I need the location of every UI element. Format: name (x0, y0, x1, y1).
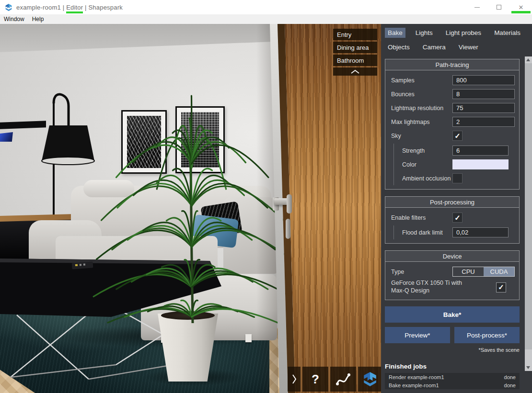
job-status: done (504, 382, 516, 388)
job-status: done (504, 374, 516, 380)
samples-input[interactable] (452, 75, 515, 85)
scrollbar-thumb[interactable] (525, 63, 532, 349)
chevron-right-icon (291, 374, 297, 384)
panel-tabs-row2: Objects Camera Viewer (385, 42, 520, 52)
close-highlight (511, 11, 531, 13)
toolbar-shapespark-button[interactable] (358, 367, 381, 392)
preview-button[interactable]: Preview* (385, 327, 450, 343)
job-row: Render example-room1 done (385, 373, 520, 381)
viewport-3d[interactable]: Entry Dining area Bathroom ? (0, 24, 381, 393)
samples-label: Samples (387, 77, 415, 84)
device-type-cuda[interactable]: CUDA (484, 267, 514, 276)
job-name: Bake example-room1 (389, 382, 439, 388)
gpu-checkbox[interactable]: ✓ (496, 282, 506, 292)
toolbar-expand-button[interactable] (288, 367, 301, 392)
sky-checkbox[interactable]: ✓ (452, 131, 463, 141)
bounces-input[interactable] (452, 89, 515, 99)
tab-viewer[interactable]: Viewer (456, 42, 481, 52)
sky-color-swatch[interactable] (452, 159, 509, 169)
check-icon: ✓ (454, 132, 461, 140)
minimize-icon (474, 7, 480, 8)
scene-door-keyplate (286, 219, 290, 239)
scrollbar-up-icon[interactable] (526, 58, 530, 61)
section-post-processing: Post-processing Enable filters ✓ Flood d… (385, 196, 520, 244)
scene-door-handle-plate (287, 194, 292, 213)
enable-filters-checkbox[interactable]: ✓ (452, 213, 463, 223)
section-device: Device Type CPU CUDA G (385, 250, 520, 300)
maximize-button[interactable] (488, 0, 510, 14)
section-post-processing-title: Post-processing (385, 197, 519, 208)
section-path-tracing-title: Path-tracing (385, 59, 519, 70)
panel-tabs-row1: Bake Lights Light probes Materials Sky (385, 28, 520, 38)
ambient-occlusion-checkbox[interactable] (452, 173, 463, 183)
flood-dark-limit-label: Flood dark limit (394, 229, 443, 236)
lightmap-resolution-input[interactable] (452, 103, 515, 113)
saves-scene-note: *Saves the scene (385, 347, 520, 353)
menu-help[interactable]: Help (28, 16, 48, 22)
check-icon: ✓ (498, 283, 504, 292)
max-lightmaps-input[interactable] (452, 117, 515, 127)
tab-camera[interactable]: Camera (420, 42, 449, 52)
enable-filters-label: Enable filters (387, 214, 426, 221)
bake-button[interactable]: Bake* (385, 306, 520, 323)
tab-light-probes[interactable]: Light probes (443, 28, 484, 38)
flood-dark-limit-input[interactable] (452, 227, 509, 237)
section-device-title: Device (385, 251, 519, 262)
chevron-up-icon (350, 69, 360, 74)
finished-jobs-title: Finished jobs (385, 363, 520, 370)
titlebar: example-room1 | Editor | Shapespark ✕ (0, 0, 532, 14)
strength-label: Strength (394, 147, 425, 154)
max-lightmaps-label: Max lightmaps (387, 119, 430, 125)
bake-panel: Bake Lights Light probes Materials Sky O… (381, 24, 532, 393)
minimize-button[interactable] (466, 0, 488, 14)
viewpoint-bathroom[interactable]: Bathroom (333, 55, 377, 66)
post-process-button[interactable]: Post-process* (454, 327, 520, 343)
toolbar-tour-path-button[interactable] (330, 367, 356, 392)
viewpoint-entry[interactable]: Entry (333, 29, 377, 40)
shapespark-logo-icon (4, 3, 12, 11)
scrollbar-down-icon[interactable] (526, 366, 530, 369)
tab-lights[interactable]: Lights (413, 28, 436, 38)
lightmap-resolution-label: Lightmap resolution (387, 105, 443, 112)
editor-highlight: Editor (66, 4, 83, 13)
device-type-toggle: CPU CUDA (452, 267, 515, 277)
check-icon: ✓ (454, 213, 461, 222)
viewpoint-list: Entry Dining area Bathroom (333, 29, 377, 76)
help-icon: ? (312, 372, 319, 387)
device-type-label: Type (387, 269, 404, 275)
gpu-name-label: GeForce GTX 1050 Ti with Max-Q Design (387, 280, 476, 294)
finished-jobs-list: Render example-room1 done Bake example-r… (385, 373, 520, 389)
section-path-tracing: Path-tracing Samples Bounces Lightmap re… (385, 59, 520, 190)
window-title: example-room1 | Editor | Shapespark (16, 4, 123, 11)
tour-path-icon (335, 372, 351, 386)
panel-scrollbar[interactable] (525, 56, 532, 371)
maximize-icon (497, 5, 501, 10)
menu-window[interactable]: Window (0, 16, 28, 22)
toolbar-help-button[interactable]: ? (302, 367, 328, 392)
color-label: Color (394, 161, 416, 168)
close-icon: ✕ (519, 4, 524, 11)
viewpoint-dining-area[interactable]: Dining area (333, 42, 377, 53)
strength-input[interactable] (452, 146, 509, 156)
tab-bake[interactable]: Bake (385, 28, 405, 38)
bounces-label: Bounces (387, 91, 415, 98)
device-type-cpu[interactable]: CPU (453, 267, 484, 276)
scene-door (256, 24, 381, 393)
viewpoints-collapse-button[interactable] (333, 67, 377, 76)
job-name: Render example-room1 (389, 374, 444, 380)
job-row: Bake example-room1 done (385, 381, 520, 389)
app-window: example-room1 | Editor | Shapespark ✕ Wi… (0, 0, 532, 393)
sky-label: Sky (387, 133, 401, 139)
shapespark-logo-icon (361, 371, 378, 387)
ambient-occlusion-label: Ambient occlusion (394, 175, 451, 182)
menubar: Window Help (0, 14, 532, 24)
tab-objects[interactable]: Objects (385, 42, 413, 52)
tab-materials[interactable]: Materials (491, 28, 523, 38)
